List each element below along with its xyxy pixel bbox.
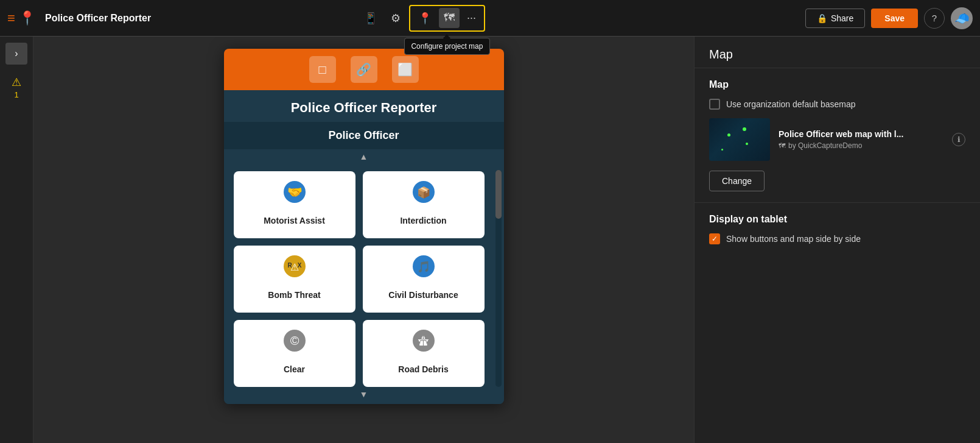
interdiction-label: Interdiction xyxy=(400,216,446,225)
bomb-threat-label: Bomb Threat xyxy=(268,290,320,300)
tablet-checkbox-label: Show buttons and map side by side xyxy=(726,234,861,244)
map-card-info: Police Officer web map with l... 🗺 by Qu… xyxy=(779,129,943,150)
basemap-checkbox-row: Use organization default basemap xyxy=(709,99,965,110)
svg-text:🛣: 🛣 xyxy=(418,335,429,347)
motorist-assist-card[interactable]: 🤝 Motorist Assist xyxy=(234,171,355,238)
map-card-title: Police Officer web map with l... xyxy=(779,129,943,139)
tablet-section-title: Display on tablet xyxy=(709,214,965,225)
preview-grid: 🤝 Motorist Assist 📦 Int xyxy=(234,171,494,387)
map-card-subtitle: 🗺 by QuickCaptureDemo xyxy=(779,141,943,150)
map-dot xyxy=(743,127,746,131)
mobile-preview-btn[interactable]: 📱 xyxy=(359,8,382,29)
preview-link-btn[interactable]: 🔗 xyxy=(351,56,377,83)
road-debris-card[interactable]: 🛣 Road Debris xyxy=(363,320,485,387)
scrollbar-track[interactable] xyxy=(495,170,502,387)
preview-grid-wrapper: 🤝 Motorist Assist 📦 Int xyxy=(224,164,504,387)
preview-app-title: Police Officer Reporter xyxy=(224,100,504,116)
scrollbar-thumb[interactable] xyxy=(495,170,502,219)
bomb-threat-card[interactable]: ⚠ R X Bomb Threat xyxy=(234,246,355,313)
change-map-button[interactable]: Change xyxy=(709,171,765,191)
road-debris-icon: 🛣 xyxy=(411,328,436,358)
save-button[interactable]: Save xyxy=(871,9,918,28)
logo-icon: ≡ 📍 xyxy=(7,10,35,26)
center-preview-area: □ 🔗 ⬜ Police Officer Reporter Police Off… xyxy=(33,37,694,443)
preview-toolbar: □ 🔗 ⬜ xyxy=(224,49,504,90)
map-dot xyxy=(721,149,723,151)
map-card: Police Officer web map with l... 🗺 by Qu… xyxy=(709,118,965,161)
map-info-icon[interactable]: ℹ xyxy=(952,133,965,146)
app-title: Police Officer Reporter xyxy=(45,13,353,24)
scroll-up-indicator: ▲ xyxy=(224,149,504,164)
map-dot xyxy=(746,143,748,145)
clear-icon: © xyxy=(282,328,307,358)
svg-text:X: X xyxy=(297,262,301,269)
left-sidebar: › ⚠ 1 xyxy=(0,37,33,443)
more-btn[interactable]: ··· xyxy=(462,8,481,28)
tablet-checkbox-row: ✓ Show buttons and map side by side xyxy=(709,233,965,244)
topbar-icons: 📱 ⚙ 📍 🗺 ··· Configure project map xyxy=(359,5,485,32)
preview-page-title: Police Officer xyxy=(224,122,504,149)
scroll-down-indicator: ▼ xyxy=(224,387,504,404)
location-icon-btn[interactable]: 📍 xyxy=(413,8,436,29)
map-dot xyxy=(727,133,730,136)
clear-card[interactable]: © Clear xyxy=(234,320,355,387)
preview-square-btn[interactable]: □ xyxy=(309,56,336,83)
motorist-assist-label: Motorist Assist xyxy=(264,216,325,225)
clear-label: Clear xyxy=(284,364,305,374)
map-section-title: Map xyxy=(709,79,965,90)
share-button[interactable]: 🔒 Share xyxy=(805,9,865,28)
basemap-checkbox-label: Use organization default basemap xyxy=(726,99,855,109)
svg-text:R: R xyxy=(287,262,292,269)
settings-btn[interactable]: ⚙ xyxy=(386,8,405,29)
warning-badge: ⚠ 1 xyxy=(12,76,21,99)
map-icon-small: 🗺 xyxy=(779,142,785,149)
configure-map-tooltip: Configure project map xyxy=(404,38,489,55)
map-thumb-bg xyxy=(709,118,770,161)
right-panel-title: Map xyxy=(709,48,965,62)
svg-text:📦: 📦 xyxy=(417,186,431,199)
civil-disturbance-label: Civil Disturbance xyxy=(388,290,458,300)
preview-title-area: Police Officer Reporter xyxy=(224,90,504,122)
checkmark-icon: ✓ xyxy=(712,235,718,243)
warning-icon: ⚠ xyxy=(12,76,21,89)
sidebar-toggle-btn[interactable]: › xyxy=(5,43,27,65)
main-layout: › ⚠ 1 □ 🔗 ⬜ Police Officer Reporter Poli… xyxy=(0,37,980,443)
right-panel: Map Map Use organization default basemap xyxy=(694,37,980,443)
civil-disturbance-card[interactable]: 🎵 Civil Disturbance xyxy=(363,246,485,313)
motorist-assist-icon: 🤝 xyxy=(282,180,307,210)
warning-count: 1 xyxy=(14,90,18,99)
avatar[interactable]: 🧢 xyxy=(951,7,973,29)
toolbar-group: 📍 🗺 ··· Configure project map xyxy=(409,5,485,32)
lock-icon: 🔒 xyxy=(817,13,827,23)
road-debris-label: Road Debris xyxy=(398,364,448,374)
interdiction-card[interactable]: 📦 Interdiction xyxy=(363,171,485,238)
map-icon-btn[interactable]: 🗺 xyxy=(439,8,460,28)
svg-text:🤝: 🤝 xyxy=(287,185,302,199)
map-thumbnail xyxy=(709,118,770,161)
phone-preview: □ 🔗 ⬜ Police Officer Reporter Police Off… xyxy=(224,49,504,404)
topbar: ≡ 📍 Police Officer Reporter 📱 ⚙ 📍 🗺 ··· … xyxy=(0,0,980,37)
right-panel-header: Map xyxy=(695,37,980,68)
basemap-checkbox[interactable] xyxy=(709,99,720,110)
tablet-checkbox[interactable]: ✓ xyxy=(709,233,720,244)
svg-text:©: © xyxy=(290,334,299,347)
tablet-section: Display on tablet ✓ Show buttons and map… xyxy=(695,203,980,255)
bomb-threat-icon: ⚠ R X xyxy=(282,254,307,284)
preview-frame-btn[interactable]: ⬜ xyxy=(392,56,419,83)
svg-text:🎵: 🎵 xyxy=(417,260,431,274)
map-section: Map Use organization default basemap Pol… xyxy=(695,68,980,203)
interdiction-icon: 📦 xyxy=(411,180,436,210)
help-button[interactable]: ? xyxy=(924,8,945,29)
civil-disturbance-icon: 🎵 xyxy=(411,254,436,284)
